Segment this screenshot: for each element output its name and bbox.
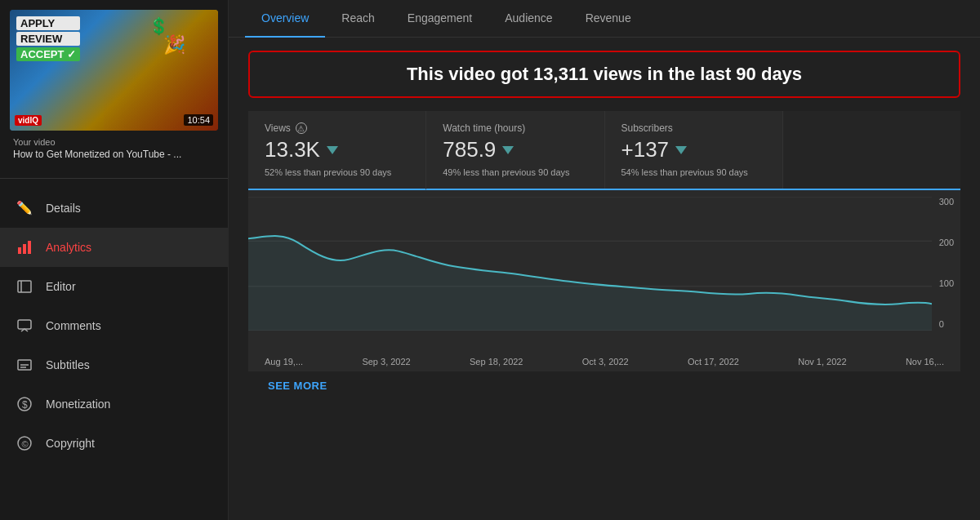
warning-icon-views[interactable]: ⚠ [296,122,307,134]
tab-overview[interactable]: Overview [245,0,325,38]
tab-audience[interactable]: Audience [488,0,568,38]
video-info: Your video How to Get Monetized on YouTu… [10,131,218,165]
x-label-2: Sep 18, 2022 [470,357,523,367]
chart-x-labels: Aug 19,... Sep 3, 2022 Sep 18, 2022 Oct … [248,353,960,371]
x-label-5: Nov 1, 2022 [798,357,846,367]
sidebar: APPLY REVIEW ACCEPT ✓ 💲 🎉 vidIQ 10:54 Yo… [0,0,229,520]
x-label-6: Nov 16,... [906,357,944,367]
thumbnail-text-overlay: APPLY REVIEW ACCEPT ✓ [16,16,80,61]
svg-rect-2 [28,241,31,254]
tab-revenue[interactable]: Revenue [569,0,648,38]
stat-value-watchtime: 785.9 [443,137,587,162]
stat-card-watchtime[interactable]: Watch time (hours) 785.9 49% less than p… [426,111,604,189]
y-label-100: 100 [939,278,954,288]
chart-y-labels: 300 200 100 0 [939,197,954,329]
main-content: Overview Reach Engagement Audience Reven… [229,0,980,520]
svg-rect-1 [23,244,26,254]
chart-area: 300 200 100 0 [248,190,960,353]
monetization-label: Monetization [46,398,110,411]
thumbnail-image: APPLY REVIEW ACCEPT ✓ 💲 🎉 vidIQ 10:54 [10,10,218,131]
monetization-icon: $ [16,396,33,412]
analytics-icon [16,239,33,256]
headline-banner: This video got 13,311 views in the last … [248,51,960,98]
see-more-button[interactable]: SEE MORE [248,371,960,400]
sidebar-item-subtitles[interactable]: Subtitles [0,345,228,384]
copyright-icon: © [16,435,33,451]
x-label-4: Oct 17, 2022 [688,357,739,367]
comments-label: Comments [46,319,101,332]
apply-label: APPLY [16,16,80,30]
details-label: Details [46,202,81,215]
sidebar-item-analytics[interactable]: Analytics [0,228,228,267]
content-area: This video got 13,311 views in the last … [229,38,980,520]
subtitles-label: Subtitles [46,358,90,371]
analytics-label: Analytics [46,241,91,254]
x-label-0: Aug 19,... [265,357,303,367]
video-label: Your video [13,137,215,147]
review-label: REVIEW [16,32,80,46]
headline-text: This video got 13,311 views in the last … [407,64,802,84]
down-arrow-views [327,146,338,154]
stat-card-views[interactable]: Views ⚠ 13.3K 52% less than previous 90 … [248,111,426,190]
sidebar-item-details[interactable]: ✏️ Details [0,189,228,228]
details-icon: ✏️ [16,200,33,216]
svg-text:$: $ [22,399,28,411]
stat-label-subscribers: Subscribers [621,122,766,134]
video-title: How to Get Monetized on YouTube - ... [13,149,215,162]
y-label-300: 300 [939,197,954,207]
stat-value-views: 13.3K [265,137,409,162]
sidebar-item-monetization[interactable]: $ Monetization [0,384,228,424]
svg-text:©: © [22,438,29,448]
thumbnail-duration: 10:54 [184,114,213,126]
stat-label-watchtime: Watch time (hours) [443,122,587,134]
sidebar-divider [0,178,228,179]
x-label-1: Sep 3, 2022 [362,357,410,367]
stat-card-empty [783,111,960,189]
y-label-200: 200 [939,238,954,247]
stat-change-watchtime: 49% less than previous 90 days [443,167,587,177]
video-thumbnail-section: APPLY REVIEW ACCEPT ✓ 💲 🎉 vidIQ 10:54 Yo… [0,0,228,175]
y-label-0: 0 [939,319,954,329]
accept-label: ACCEPT ✓ [16,47,80,61]
thumbnail-wrapper: APPLY REVIEW ACCEPT ✓ 💲 🎉 vidIQ 10:54 [10,10,218,131]
tabs-bar: Overview Reach Engagement Audience Reven… [229,0,980,38]
tab-reach[interactable]: Reach [325,0,390,38]
tab-engagement[interactable]: Engagement [391,0,488,38]
down-arrow-watchtime [502,146,514,154]
subtitles-icon [16,357,33,373]
editor-label: Editor [46,280,76,293]
sidebar-item-comments[interactable]: Comments [0,306,228,345]
stat-value-subscribers: +137 [621,137,766,162]
sidebar-nav: ✏️ Details Analytics Editor [0,189,228,520]
svg-rect-0 [18,247,21,254]
stat-change-subscribers: 54% less than previous 90 days [621,167,766,177]
chart-svg [248,197,932,331]
stat-card-subscribers[interactable]: Subscribers +137 54% less than previous … [605,111,783,189]
editor-icon [16,278,33,295]
sidebar-item-editor[interactable]: Editor [0,267,228,306]
stat-change-views: 52% less than previous 90 days [265,167,409,177]
x-label-3: Oct 3, 2022 [582,357,629,367]
down-arrow-subscribers [675,146,687,154]
comments-icon [16,318,33,334]
stat-label-views: Views ⚠ [265,122,409,134]
svg-rect-3 [18,281,31,292]
copyright-label: Copyright [46,437,95,450]
svg-rect-5 [18,320,31,329]
vidiq-badge: vidIQ [15,115,42,126]
stats-row: Views ⚠ 13.3K 52% less than previous 90 … [248,111,960,190]
sidebar-item-copyright[interactable]: © Copyright [0,424,228,463]
